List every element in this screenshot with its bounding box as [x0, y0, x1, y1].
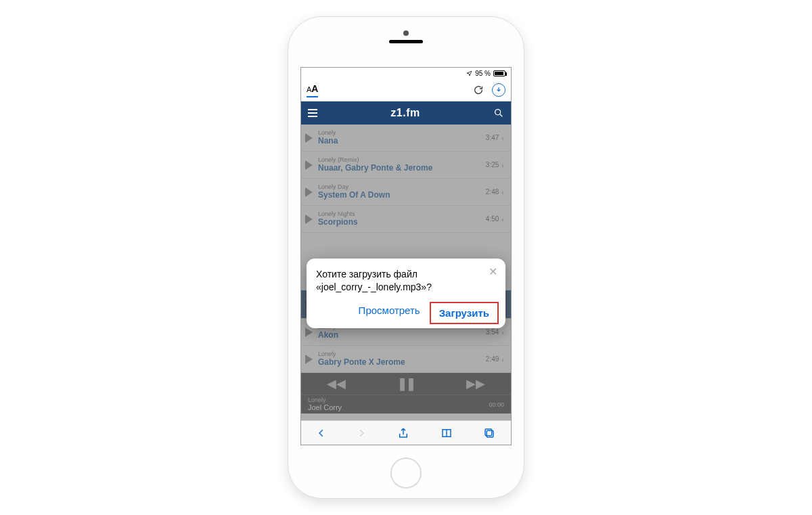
- site-header: z1.fm: [301, 102, 511, 125]
- share-button[interactable]: [397, 427, 409, 439]
- back-button[interactable]: [317, 427, 326, 439]
- menu-icon[interactable]: [308, 109, 317, 117]
- home-button[interactable]: [390, 457, 422, 489]
- status-bar: 95 %: [301, 68, 511, 79]
- location-icon: [466, 70, 472, 76]
- safari-urlbar: AA: [301, 79, 511, 102]
- view-button[interactable]: Просмотреть: [359, 305, 420, 321]
- svg-rect-5: [485, 429, 492, 436]
- tabs-button[interactable]: [483, 427, 495, 439]
- site-title: z1.fm: [390, 107, 420, 119]
- content-area: LonelyNana 3:47 ‹ Lonely (Remix)Nuaar, G…: [301, 125, 511, 420]
- reader-button[interactable]: AA: [307, 83, 318, 97]
- forward-button: [357, 427, 366, 439]
- screen: 95 % AA z1.fm: [300, 67, 512, 445]
- phone-speaker: [389, 40, 423, 43]
- battery-icon: [493, 70, 505, 76]
- modal-title: Хотите загрузить файл «joel_corry_-_lone…: [316, 268, 496, 294]
- bookmarks-button[interactable]: [441, 427, 453, 439]
- downloads-button[interactable]: [492, 83, 505, 97]
- refresh-button[interactable]: [472, 83, 485, 97]
- close-icon[interactable]: ✕: [489, 265, 497, 278]
- safari-toolbar: [301, 420, 511, 445]
- download-modal: ✕ Хотите загрузить файл «joel_corry_-_lo…: [307, 259, 505, 328]
- phone-camera: [403, 30, 409, 36]
- svg-rect-4: [487, 430, 493, 437]
- phone-frame: 95 % AA z1.fm: [288, 16, 524, 499]
- battery-percent: 95 %: [475, 70, 491, 77]
- svg-point-0: [495, 110, 501, 115]
- search-icon[interactable]: [493, 108, 504, 118]
- download-button[interactable]: Загрузить: [432, 305, 496, 321]
